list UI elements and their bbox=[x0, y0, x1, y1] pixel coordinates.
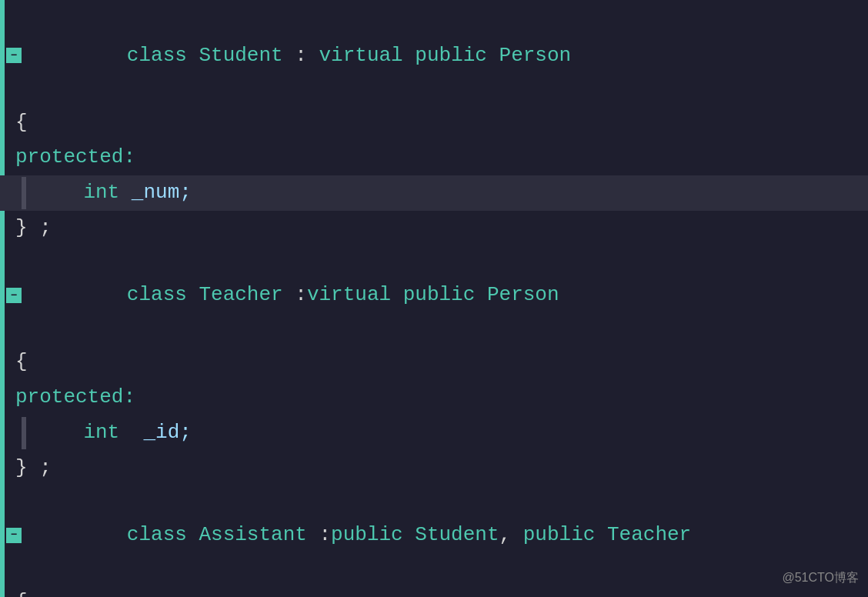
assistant-open-brace: { bbox=[0, 585, 868, 597]
collapse-teacher-icon[interactable]: − bbox=[6, 288, 22, 303]
student-close-brace: } ; bbox=[0, 211, 868, 246]
teacher-member-int-id: int _id; bbox=[0, 415, 868, 451]
collapse-student-icon[interactable]: − bbox=[6, 48, 22, 63]
teacher-protected-label: protected: bbox=[0, 380, 868, 415]
student-class-declaration: − class Student : virtual public Person bbox=[0, 6, 868, 105]
collapse-assistant-icon[interactable]: − bbox=[6, 528, 22, 543]
class-keyword: class bbox=[127, 44, 199, 67]
student-member-int-num: int _num; bbox=[0, 175, 868, 211]
student-classname: Student bbox=[199, 44, 295, 67]
code-editor: − class Student : virtual public Person … bbox=[0, 0, 868, 597]
teacher-class-declaration: − class Teacher :virtual public Person bbox=[0, 246, 868, 345]
student-protected-label: protected: bbox=[0, 140, 868, 175]
student-open-brace: { bbox=[0, 105, 868, 141]
watermark: @51CTO博客 bbox=[782, 568, 859, 588]
teacher-open-brace: { bbox=[0, 345, 868, 380]
assistant-class-declaration: − class Assistant :public Student, publi… bbox=[0, 485, 868, 585]
teacher-close-brace: } ; bbox=[0, 451, 868, 486]
